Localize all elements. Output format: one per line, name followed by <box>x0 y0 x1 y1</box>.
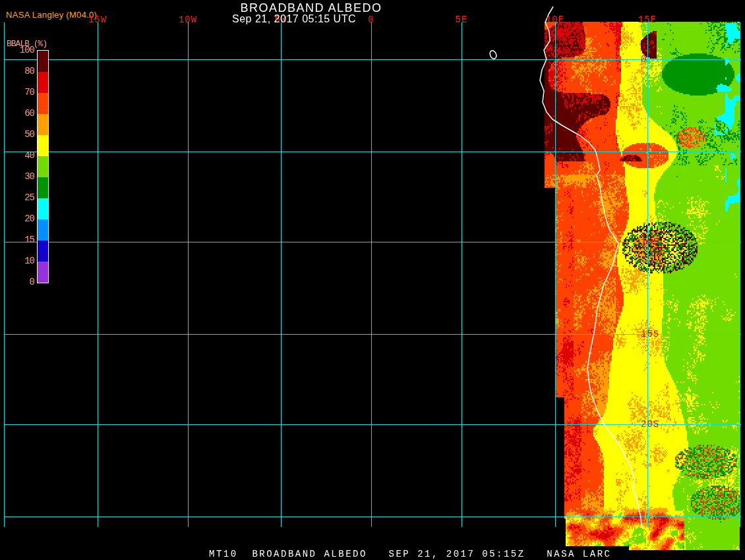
colorbar-segment <box>38 262 48 283</box>
albedo-product-page: NASA Langley (M04.0) BROADBAND ALBEDO Se… <box>0 0 745 560</box>
longitude-label: 0 <box>368 14 374 25</box>
longitude-label: 15W <box>88 14 107 25</box>
colorbar <box>37 50 49 283</box>
colorbar-segment <box>38 177 48 198</box>
colorbar-segment <box>38 135 48 156</box>
longitude-label: 10W <box>179 14 197 25</box>
colorbar-tick-label: 40 <box>0 150 34 161</box>
colorbar-tick-label: 0 <box>0 277 34 287</box>
colorbar-segment <box>38 72 48 93</box>
footer-caption: MT10 BROADBAND ALBEDO SEP 21, 2017 05:15… <box>209 549 611 559</box>
colorbar-segment <box>38 240 48 262</box>
longitude-label: 15E <box>638 14 657 25</box>
colorbar-segment <box>38 114 48 135</box>
colorbar-tick-label: 30 <box>0 171 34 182</box>
timestamp-subtitle: Sep 21, 2017 05:15 UTC <box>232 13 356 25</box>
colorbar-tick-label: 20 <box>0 213 34 224</box>
colorbar-tick-label: 15 <box>0 235 34 245</box>
colorbar-segment <box>38 156 48 177</box>
longitude-label: 10E <box>546 14 564 25</box>
colorbar-title: BBALB (%) <box>7 39 47 49</box>
colorbar-tick-label: 50 <box>0 129 34 140</box>
longitude-label: 5E <box>456 14 468 25</box>
colorbar-segment <box>38 219 48 240</box>
colorbar-segment <box>38 198 48 219</box>
colorbar-tick-label: 70 <box>0 87 34 98</box>
colorbar-segment <box>38 51 48 72</box>
latitude-label: 15S <box>641 329 659 339</box>
latitude-label: 10S <box>641 237 659 247</box>
latitude-label: 20S <box>641 419 659 430</box>
latitude-label: 0 <box>641 54 647 65</box>
colorbar-tick-label: 60 <box>0 108 34 119</box>
colorbar-tick-label: 10 <box>0 256 34 266</box>
colorbar-segment <box>38 93 48 114</box>
colorbar-tick-label: 80 <box>0 66 34 76</box>
latlon-grid-overlay <box>0 0 745 560</box>
colorbar-tick-label: 25 <box>0 192 34 203</box>
